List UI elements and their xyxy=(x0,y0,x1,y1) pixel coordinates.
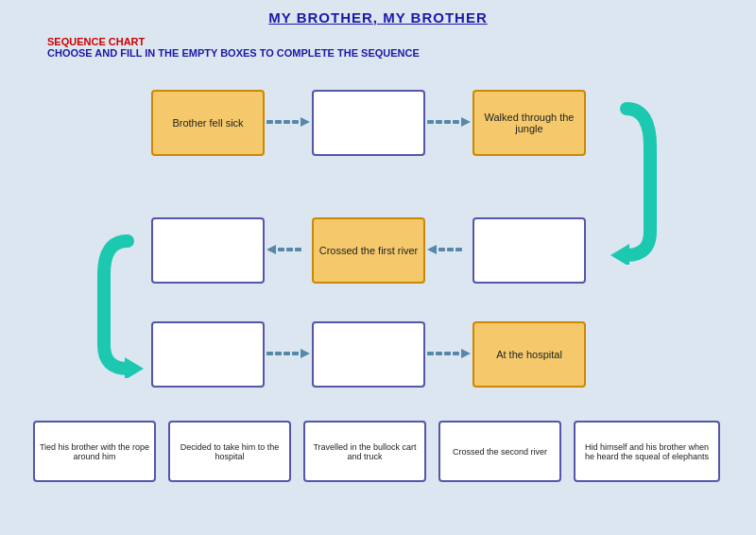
option-box-2: Decided to take him to the hospital xyxy=(168,421,291,482)
svg-marker-10 xyxy=(610,244,629,265)
option-box-5: Hid himself and his brother when he hear… xyxy=(574,421,720,482)
svg-rect-14 xyxy=(455,248,462,251)
option-box-1: Tied his brother with the rope around hi… xyxy=(33,421,156,482)
page-title: MY BROTHER, MY BROTHER xyxy=(0,0,756,26)
box-r3-3: At the hospital xyxy=(472,321,586,388)
arrow-curve-left xyxy=(94,232,151,378)
svg-rect-17 xyxy=(278,248,284,251)
svg-marker-9 xyxy=(461,117,471,127)
svg-rect-1 xyxy=(275,120,282,124)
box-r1-3: Walked through the jungle xyxy=(472,90,586,156)
page: MY BROTHER, MY BROTHER SEQUENCE CHART CH… xyxy=(0,0,756,535)
svg-rect-12 xyxy=(438,248,445,251)
svg-marker-26 xyxy=(301,349,310,358)
svg-rect-13 xyxy=(447,248,454,251)
arrow-r2-2to1 xyxy=(266,243,310,256)
svg-rect-18 xyxy=(286,248,293,251)
arrow-curve-right xyxy=(603,99,660,265)
svg-rect-24 xyxy=(284,352,290,355)
arrow-r2-3to2 xyxy=(427,243,471,256)
svg-rect-29 xyxy=(444,352,451,355)
subtitle1: SEQUENCE CHART xyxy=(47,36,420,47)
svg-rect-25 xyxy=(292,352,299,355)
svg-rect-0 xyxy=(266,120,273,124)
svg-rect-8 xyxy=(453,120,459,124)
svg-rect-30 xyxy=(453,352,459,355)
box-r1-2 xyxy=(312,90,425,156)
svg-marker-31 xyxy=(461,349,471,358)
svg-marker-15 xyxy=(427,245,437,254)
svg-rect-2 xyxy=(284,120,290,124)
svg-marker-4 xyxy=(301,117,310,127)
svg-rect-6 xyxy=(436,120,442,124)
arrow-r3-2to3 xyxy=(427,347,471,360)
svg-marker-20 xyxy=(266,245,276,254)
box-r3-2 xyxy=(312,321,425,388)
svg-rect-27 xyxy=(427,352,434,355)
arrow-r3-1to2 xyxy=(266,347,310,360)
svg-rect-23 xyxy=(275,352,282,355)
svg-rect-19 xyxy=(295,248,301,251)
svg-rect-7 xyxy=(444,120,451,124)
box-r2-2: Crossed the first river xyxy=(312,217,425,284)
subtitle2: CHOOSE AND FILL IN THE EMPTY BOXES TO CO… xyxy=(47,47,420,59)
option-box-4: Crossed the second river xyxy=(438,421,561,482)
arrow-r1-2to3 xyxy=(427,115,471,129)
option-box-3: Travelled in the bullock cart and truck xyxy=(303,421,426,482)
svg-rect-3 xyxy=(292,120,299,124)
svg-marker-21 xyxy=(125,357,144,378)
box-r2-3 xyxy=(472,217,586,284)
svg-rect-28 xyxy=(436,352,442,355)
box-r3-1 xyxy=(151,321,265,388)
svg-rect-22 xyxy=(266,352,273,355)
arrow-r1-1to2 xyxy=(266,115,310,129)
subtitle-area: SEQUENCE CHART CHOOSE AND FILL IN THE EM… xyxy=(47,36,420,59)
svg-rect-5 xyxy=(427,120,434,124)
box-r2-1 xyxy=(151,217,265,284)
box-r1-1: Brother fell sick xyxy=(151,90,265,156)
